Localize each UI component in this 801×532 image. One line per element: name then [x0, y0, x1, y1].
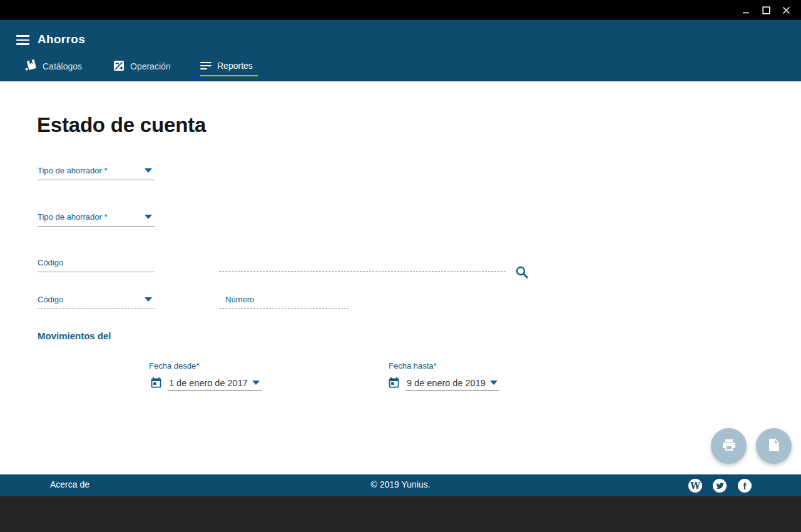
menu-icon[interactable] [16, 35, 29, 45]
chevron-down-icon [145, 168, 152, 173]
field-underline [38, 308, 155, 309]
code-select[interactable]: Código [38, 295, 155, 309]
date-from-picker[interactable]: 1 de enero de 2017 [150, 376, 262, 392]
calendar-icon [387, 376, 400, 392]
date-to-picker[interactable]: 9 de enero de 2019 [387, 376, 499, 392]
close-icon[interactable] [777, 0, 795, 20]
document-icon [767, 437, 782, 455]
print-fab[interactable] [711, 428, 747, 464]
tab-label: Reportes [217, 61, 253, 71]
date-from-value: 1 de enero de 2017 [169, 378, 248, 388]
exposure-icon [113, 60, 125, 73]
app-bar: Ahorros Catálogos Operación [0, 20, 801, 81]
tab-reportes[interactable]: Reportes [200, 56, 258, 76]
field-label: Tipo de ahorrador * [38, 166, 108, 175]
twitter-icon[interactable] [713, 479, 727, 493]
print-icon [722, 437, 737, 455]
date-to-value-wrap: 9 de enero de 2019 [406, 377, 499, 391]
minimize-icon[interactable] [737, 0, 755, 20]
book-icon [25, 59, 37, 73]
tab-catalogos[interactable]: Catálogos [25, 56, 79, 76]
date-to-label: Fecha hasta* [389, 361, 437, 371]
chevron-down-icon [145, 215, 152, 219]
tab-label: Operación [130, 61, 171, 71]
copyright-text: © 2019 Yunius. [0, 479, 801, 489]
date-to-value: 9 de enero de 2019 [407, 378, 486, 388]
chevron-down-icon [145, 297, 152, 302]
maximize-icon[interactable] [757, 0, 775, 20]
wordpress-icon[interactable]: W [688, 479, 702, 493]
taskbar: G 12:32 PM [0, 496, 801, 532]
field-underline [38, 272, 155, 272]
tab-label: Catálogos [43, 61, 82, 71]
chevron-down-icon [490, 381, 497, 385]
field-underline [219, 308, 349, 309]
chevron-down-icon [252, 381, 260, 385]
main-content: Estado de cuenta Tipo de ahorrador * Tip… [0, 81, 801, 474]
field-underline [38, 226, 155, 227]
field-label: Código [38, 258, 63, 267]
tab-operacion[interactable]: Operación [113, 56, 170, 76]
document-fab[interactable] [756, 428, 792, 464]
facebook-icon[interactable]: f [738, 479, 752, 493]
field-label: Código [38, 295, 63, 304]
number-input[interactable]: Número [219, 295, 349, 309]
saver-type-select-2[interactable]: Tipo de ahorrador * [38, 212, 155, 227]
footer: Acerca de © 2019 Yunius. W f [0, 474, 801, 496]
saver-type-select-1[interactable]: Tipo de ahorrador * [38, 166, 155, 180]
code-input[interactable]: Código [38, 258, 155, 272]
lines-icon [200, 62, 212, 70]
date-from-value-wrap: 1 de enero de 2017 [168, 377, 262, 391]
page-title: Estado de cuenta [37, 113, 206, 137]
field-label: Tipo de ahorrador * [38, 212, 108, 222]
app-title: Ahorros [38, 33, 85, 46]
window-titlebar [0, 0, 801, 20]
search-input[interactable] [219, 258, 506, 272]
search-icon[interactable] [514, 265, 529, 280]
date-from-label: Fecha desde* [149, 361, 199, 371]
field-underline [38, 180, 155, 180]
calendar-icon [150, 376, 163, 392]
section-title: Movimientos del [38, 330, 111, 341]
field-label: Número [225, 295, 254, 304]
